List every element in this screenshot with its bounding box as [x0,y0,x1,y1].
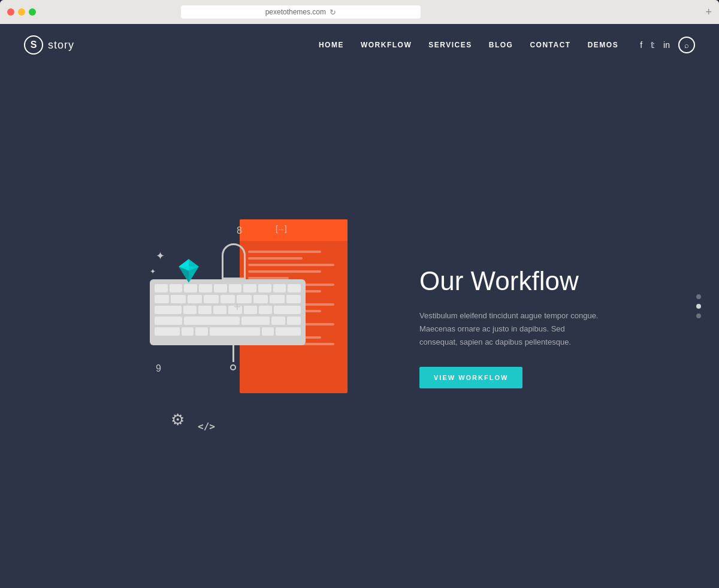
key [243,284,256,293]
key [155,327,180,336]
key [155,316,182,325]
key [155,306,182,314]
key [270,295,284,303]
navbar: S story HOME WORKFLOW SERVICES BLOG CONT… [0,24,719,66]
key [155,284,168,293]
bracket-label: [—] [274,224,288,234]
key [271,316,285,325]
gear-icon: ⚙ [171,411,185,429]
maximize-button[interactable] [29,8,36,16]
traffic-lights [7,8,36,16]
key [198,306,212,314]
refresh-icon[interactable]: ↻ [330,8,336,17]
key [195,327,208,336]
key [229,284,242,293]
code-tags-icon: </> [198,421,215,432]
twitter-icon[interactable]: 𝕥 [651,40,655,50]
key [183,306,197,314]
nav-links: HOME WORKFLOW SERVICES BLOG CONTACT DEMO… [319,37,695,53]
nav-home[interactable]: HOME [319,41,344,49]
spacebar [210,327,259,336]
pin-dot [230,364,236,370]
key [244,306,257,314]
nav-social: f 𝕥 in ⌕ [640,37,695,53]
side-dot-1[interactable] [696,294,701,299]
main-content: ✦ ✦ · + 8 9 [—] ⚙ </> Our Workflow Vesti… [0,66,719,588]
number-8: 8 [237,225,242,236]
key [184,316,240,325]
logo-letter: S [31,40,37,50]
browser-chrome: pexetothemes.com ↻ + [0,0,719,24]
doc-line [248,277,289,279]
side-dot-3[interactable] [696,313,701,318]
key [286,295,301,303]
doc-line [248,257,303,260]
sparkle-small-icon: ✦ [150,267,156,276]
nav-workflow[interactable]: WORKFLOW [361,41,412,49]
side-dot-2[interactable] [696,304,701,309]
new-tab-button[interactable]: + [705,7,712,17]
website-content: S story HOME WORKFLOW SERVICES BLOG CONT… [0,24,719,588]
key [262,327,274,336]
key [273,284,286,293]
cta-button[interactable]: VIEW WORKFLOW [419,367,522,388]
key-row [155,327,301,336]
number-9: 9 [156,363,161,374]
plus-symbol: + [234,300,241,314]
minimize-button[interactable] [18,8,25,16]
logo-circle: S [24,35,43,55]
key [214,284,227,293]
doc-header [240,219,348,241]
workflow-illustration: ✦ ✦ · + 8 9 [—] ⚙ </> [120,207,371,447]
key [258,284,271,293]
pin-top [222,243,246,279]
nav-demos[interactable]: DEMOS [588,41,619,49]
text-content: Our Workflow Vestibulum eleifend tincidu… [419,266,599,388]
diamond-svg [174,255,204,285]
search-icon: ⌕ [684,41,689,50]
key [188,295,202,303]
url-text: pexetothemes.com [265,8,326,16]
search-button[interactable]: ⌕ [678,37,695,53]
key [288,284,301,293]
key [241,316,269,325]
key [182,327,194,336]
key [259,306,272,314]
browser-actions: + [705,7,712,17]
nav-contact[interactable]: CONTACT [530,41,570,49]
key [274,306,301,314]
doc-line [248,270,321,273]
key [204,295,218,303]
key-row [155,316,301,325]
side-nav-dots [696,294,701,318]
logo[interactable]: S story [24,35,74,55]
sparkle-icon: ✦ [156,249,165,263]
address-bar[interactable]: pexetothemes.com ↻ [181,5,421,19]
key [155,295,169,303]
key [276,327,301,336]
linkedin-icon[interactable]: in [663,40,670,50]
diamond-illustration [174,255,204,288]
doc-line [248,251,321,253]
nav-blog[interactable]: BLOG [489,41,513,49]
key [287,316,301,325]
key-row [155,295,301,303]
facebook-icon[interactable]: f [640,40,642,50]
key [213,306,226,314]
section-description: Vestibulum eleifend tincidunt augue temp… [419,309,599,349]
nav-services[interactable]: SERVICES [428,41,472,49]
logo-text: story [48,39,74,52]
close-button[interactable] [7,8,14,16]
key-row [155,306,301,314]
key [253,295,268,303]
keyboard-panel [150,279,306,345]
section-title: Our Workflow [419,266,599,297]
doc-line [248,264,334,266]
key [171,295,185,303]
key [220,295,235,303]
